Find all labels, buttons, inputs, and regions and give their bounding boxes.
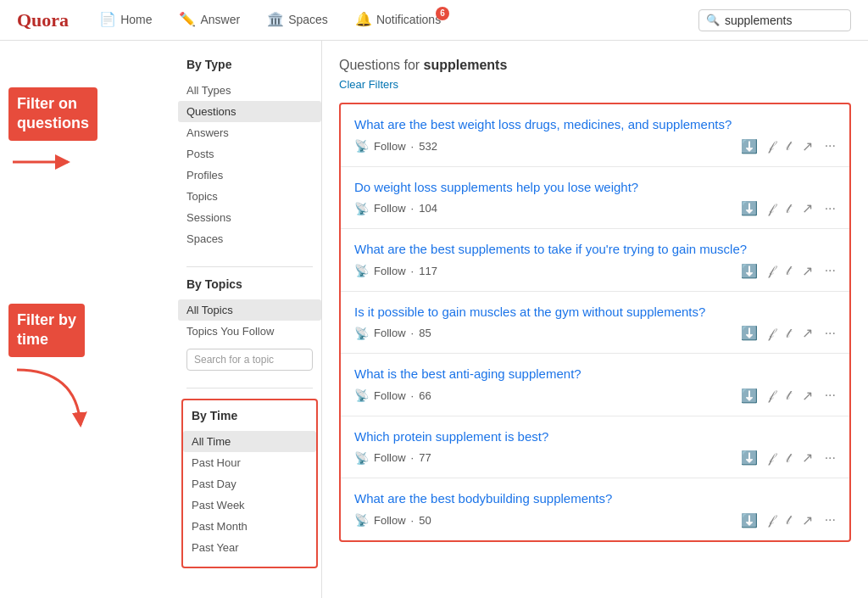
bell-icon: 🔔 <box>355 11 372 27</box>
follow-icon: 📡 <box>354 451 369 465</box>
type-questions[interactable]: Questions <box>178 101 321 122</box>
follow-label[interactable]: Follow <box>374 265 406 277</box>
more-icon[interactable]: ··· <box>825 450 836 466</box>
more-icon[interactable]: ··· <box>825 326 836 341</box>
facebook-icon[interactable]: 𝒻 <box>770 326 774 341</box>
table-row: What are the best bodybuilding supplemen… <box>341 478 849 540</box>
twitter-icon[interactable]: 𝓉 <box>786 388 790 403</box>
results-header: Questions for supplements <box>339 58 851 73</box>
topics-all[interactable]: All Topics <box>178 299 321 321</box>
facebook-icon[interactable]: 𝒻 <box>770 201 774 216</box>
share-icon[interactable]: ↗ <box>802 450 813 466</box>
by-time-section: By Time All Time Past Hour Past Day Past… <box>178 399 321 568</box>
header: Quora 📄 Home ✏️ Answer 🏛️ Spaces 🔔 Notif… <box>0 0 868 41</box>
home-icon: 📄 <box>99 11 116 27</box>
nav-spaces[interactable]: 🏛️ Spaces <box>264 0 331 41</box>
type-sessions[interactable]: Sessions <box>178 207 321 228</box>
follow-count: 85 <box>419 327 431 339</box>
facebook-icon[interactable]: 𝒻 <box>770 263 774 278</box>
twitter-icon[interactable]: 𝓉 <box>786 326 790 341</box>
topics-you-follow[interactable]: Topics You Follow <box>178 321 321 342</box>
nav-home[interactable]: 📄 Home <box>96 0 155 41</box>
nav-notifications[interactable]: 🔔 Notifications 6 <box>352 0 444 41</box>
downvote-icon[interactable]: ⬇️ <box>741 325 758 341</box>
twitter-icon[interactable]: 𝓉 <box>786 138 790 154</box>
topic-search-box[interactable]: Search for a topic <box>186 349 313 371</box>
facebook-icon[interactable]: 𝒻 <box>770 388 774 403</box>
more-icon[interactable]: ··· <box>825 201 836 216</box>
follow-label[interactable]: Follow <box>374 327 406 339</box>
nav-answer[interactable]: ✏️ Answer <box>175 0 243 41</box>
actions: ⬇️ 𝒻 𝓉 ↗ ··· <box>741 138 836 154</box>
search-input[interactable] <box>725 14 843 27</box>
share-icon[interactable]: ↗ <box>802 325 813 341</box>
time-past-hour[interactable]: Past Hour <box>183 452 316 473</box>
result-title[interactable]: Do weight loss supplements help you lose… <box>354 179 836 196</box>
result-meta: 📡 Follow · 77 ⬇️ 𝒻 𝓉 ↗ ··· <box>354 450 836 466</box>
sidebar: By Type All Types Questions Answers Post… <box>178 41 322 598</box>
arrow-time <box>8 366 93 433</box>
time-past-week[interactable]: Past Week <box>183 495 316 516</box>
follow-section: 📡 Follow · 85 <box>354 327 431 340</box>
result-title[interactable]: What are the best weight loss drugs, med… <box>354 116 836 133</box>
time-past-year[interactable]: Past Year <box>183 537 316 558</box>
answer-icon: ✏️ <box>179 11 196 27</box>
twitter-icon[interactable]: 𝓉 <box>786 263 790 278</box>
result-title[interactable]: Is it possible to gain muscles at the gy… <box>354 304 836 321</box>
more-icon[interactable]: ··· <box>825 138 836 154</box>
table-row: What is the best anti-aging supplement? … <box>341 354 849 416</box>
result-title[interactable]: What are the best supplements to take if… <box>354 241 836 258</box>
time-past-day[interactable]: Past Day <box>183 473 316 495</box>
twitter-icon[interactable]: 𝓉 <box>786 201 790 216</box>
follow-label[interactable]: Follow <box>374 514 406 527</box>
type-profiles[interactable]: Profiles <box>178 165 321 186</box>
twitter-icon[interactable]: 𝓉 <box>786 450 790 466</box>
twitter-icon[interactable]: 𝓉 <box>786 512 790 528</box>
share-icon[interactable]: ↗ <box>802 138 813 154</box>
time-past-month[interactable]: Past Month <box>183 516 316 537</box>
more-icon[interactable]: ··· <box>825 263 836 278</box>
search-icon: 🔍 <box>706 14 720 26</box>
downvote-icon[interactable]: ⬇️ <box>741 263 758 279</box>
facebook-icon[interactable]: 𝒻 <box>770 512 774 528</box>
table-row: Is it possible to gain muscles at the gy… <box>341 292 849 355</box>
downvote-icon[interactable]: ⬇️ <box>741 450 758 466</box>
result-title[interactable]: What is the best anti-aging supplement? <box>354 366 836 383</box>
follow-label[interactable]: Follow <box>374 389 406 402</box>
type-posts[interactable]: Posts <box>178 143 321 165</box>
downvote-icon[interactable]: ⬇️ <box>741 138 758 154</box>
type-topics[interactable]: Topics <box>178 186 321 207</box>
result-meta: 📡 Follow · 104 ⬇️ 𝒻 𝓉 ↗ ··· <box>354 200 836 216</box>
follow-label[interactable]: Follow <box>374 202 406 215</box>
quora-logo[interactable]: Quora <box>17 9 69 31</box>
result-title[interactable]: Which protein supplement is best? <box>354 428 836 445</box>
clear-filters-link[interactable]: Clear Filters <box>339 78 851 91</box>
share-icon[interactable]: ↗ <box>802 263 813 279</box>
type-answers[interactable]: Answers <box>178 122 321 143</box>
downvote-icon[interactable]: ⬇️ <box>741 200 758 216</box>
share-icon[interactable]: ↗ <box>802 512 813 528</box>
type-all[interactable]: All Types <box>178 80 321 101</box>
facebook-icon[interactable]: 𝒻 <box>770 450 774 466</box>
filter-time-annotation: Filter bytime <box>8 304 85 357</box>
by-time-title: By Time <box>183 409 316 422</box>
follow-count: 50 <box>419 514 431 527</box>
type-spaces[interactable]: Spaces <box>178 228 321 249</box>
follow-icon: 📡 <box>354 388 369 402</box>
time-all[interactable]: All Time <box>183 431 316 452</box>
follow-label[interactable]: Follow <box>374 451 406 464</box>
content-area: Questions for supplements Clear Filters … <box>322 41 868 598</box>
follow-label[interactable]: Follow <box>374 140 406 153</box>
search-box[interactable]: 🔍 <box>698 9 851 31</box>
more-icon[interactable]: ··· <box>825 512 836 528</box>
arrow-questions <box>8 149 76 175</box>
by-type-title: By Type <box>178 58 321 71</box>
facebook-icon[interactable]: 𝒻 <box>770 138 774 154</box>
downvote-icon[interactable]: ⬇️ <box>741 512 758 528</box>
share-icon[interactable]: ↗ <box>802 200 813 216</box>
more-icon[interactable]: ··· <box>825 388 836 403</box>
downvote-icon[interactable]: ⬇️ <box>741 388 758 404</box>
actions: ⬇️ 𝒻 𝓉 ↗ ··· <box>741 450 836 466</box>
share-icon[interactable]: ↗ <box>802 388 813 404</box>
result-title[interactable]: What are the best bodybuilding supplemen… <box>354 490 836 507</box>
